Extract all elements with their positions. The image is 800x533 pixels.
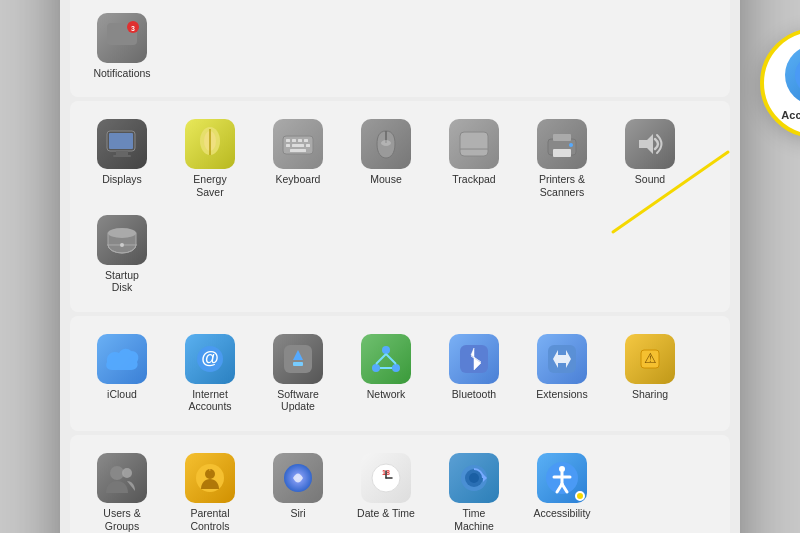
svg-point-66 [122, 468, 132, 478]
trackpad-item[interactable]: Trackpad [430, 111, 518, 206]
svg-point-57 [392, 364, 400, 372]
extensions-item[interactable]: Extensions [518, 326, 606, 421]
network-label: Network [367, 388, 406, 401]
bluetooth-item[interactable]: Bluetooth [430, 326, 518, 421]
sharing-label: Sharing [632, 388, 668, 401]
svg-point-78 [469, 473, 479, 483]
network-item[interactable]: Network [342, 326, 430, 421]
timemachine-item[interactable]: TimeMachine [430, 445, 518, 533]
printers-label: Printers &Scanners [539, 173, 585, 198]
section-internet: iCloud @ InternetAccounts Sof [70, 316, 730, 431]
svg-point-65 [110, 466, 124, 480]
icloud-icon [97, 334, 147, 384]
accessibility-small-label: Accessibility [533, 507, 590, 520]
trackpad-label: Trackpad [452, 173, 495, 186]
users-label: Users &Groups [103, 507, 140, 532]
software-item[interactable]: SoftwareUpdate [254, 326, 342, 421]
sound-label: Sound [635, 173, 665, 186]
software-label: SoftwareUpdate [277, 388, 318, 413]
svg-rect-32 [304, 139, 308, 142]
svg-rect-30 [292, 139, 296, 142]
icloud-item[interactable]: iCloud [78, 326, 166, 421]
software-icon [273, 334, 323, 384]
svg-rect-29 [286, 139, 290, 142]
svg-point-90 [795, 55, 800, 95]
internet-label: InternetAccounts [188, 388, 231, 413]
trackpad-icon [449, 119, 499, 169]
svg-rect-42 [553, 134, 571, 141]
security-item[interactable]: Security& Privacy [518, 0, 606, 5]
svg-text:i: i [209, 464, 211, 473]
highlight-label: Accessibility [781, 109, 800, 121]
svg-point-56 [372, 364, 380, 372]
mouse-icon [361, 119, 411, 169]
section-hardware: Displays EnergySaver Keyboar [70, 101, 730, 311]
svg-rect-23 [116, 151, 128, 155]
svg-text:⚠: ⚠ [644, 350, 657, 366]
accessibility-small-item[interactable]: Accessibility [518, 445, 606, 533]
svg-rect-34 [292, 144, 304, 147]
bluetooth-label: Bluetooth [452, 388, 496, 401]
svg-rect-31 [298, 139, 302, 142]
extensions-icon [537, 334, 587, 384]
system-grid: Users &Groups i ParentalControls [78, 445, 722, 533]
desktop-item[interactable]: 🖥 Desktop &Screen Saver [166, 0, 254, 5]
parental-item[interactable]: i ParentalControls [166, 445, 254, 533]
personal-grid: 📁 General 🖥 Desktop &Screen Saver [78, 0, 722, 87]
users-icon [97, 453, 147, 503]
internet-icon: @ [185, 334, 235, 384]
mouse-label: Mouse [370, 173, 402, 186]
icloud-label: iCloud [107, 388, 137, 401]
svg-marker-45 [639, 134, 653, 154]
svg-rect-33 [286, 144, 290, 147]
accessibility-big-icon [785, 45, 800, 105]
spotlight-item[interactable]: Spotlight [606, 0, 694, 5]
mouse-item[interactable]: Mouse [342, 111, 430, 206]
siri-item[interactable]: Siri [254, 445, 342, 533]
parental-label: ParentalControls [190, 507, 229, 532]
svg-point-44 [569, 143, 573, 147]
svg-line-59 [386, 354, 396, 364]
keyboard-label: Keyboard [276, 173, 321, 186]
datetime-item[interactable]: 18 Date & Time [342, 445, 430, 533]
displays-icon [97, 119, 147, 169]
timemachine-label: TimeMachine [454, 507, 494, 532]
startup-label: StartupDisk [105, 269, 139, 294]
svg-point-38 [381, 140, 391, 146]
printers-item[interactable]: Printers &Scanners [518, 111, 606, 206]
internet-item[interactable]: @ InternetAccounts [166, 326, 254, 421]
notifications-icon: 3 [97, 13, 147, 63]
highlight-dot [575, 491, 585, 501]
dock-item[interactable]: Dock [254, 0, 342, 5]
svg-rect-39 [460, 132, 488, 156]
notifications-item[interactable]: 3 Notifications [78, 5, 166, 88]
highlight-circle: Accessibility [760, 28, 800, 138]
sharing-icon: ⚠ [625, 334, 675, 384]
startup-item[interactable]: StartupDisk [78, 207, 166, 302]
svg-rect-22 [109, 133, 133, 149]
datetime-icon: 18 [361, 453, 411, 503]
energy-item[interactable]: EnergySaver [166, 111, 254, 206]
energy-label: EnergySaver [193, 173, 226, 198]
content-area: 📁 General 🖥 Desktop &Screen Saver [60, 0, 740, 533]
notifications-label: Notifications [93, 67, 150, 80]
displays-label: Displays [102, 173, 142, 186]
svg-rect-24 [113, 155, 131, 157]
accessibility-highlight: Accessibility [760, 28, 800, 138]
sharing-item[interactable]: ⚠ Sharing [606, 326, 694, 421]
energy-icon [185, 119, 235, 169]
displays-item[interactable]: Displays [78, 111, 166, 206]
sound-item[interactable]: Sound [606, 111, 694, 206]
siri-label: Siri [290, 507, 305, 520]
extensions-label: Extensions [536, 388, 587, 401]
mission-item[interactable]: MissionControl [342, 0, 430, 5]
svg-rect-36 [290, 149, 306, 152]
network-icon [361, 334, 411, 384]
bluetooth-icon [449, 334, 499, 384]
startup-icon [97, 215, 147, 265]
datetime-label: Date & Time [357, 507, 415, 520]
users-item[interactable]: Users &Groups [78, 445, 166, 533]
language-item[interactable]: Language& Region [430, 0, 518, 5]
keyboard-item[interactable]: Keyboard [254, 111, 342, 206]
svg-point-49 [108, 228, 136, 238]
